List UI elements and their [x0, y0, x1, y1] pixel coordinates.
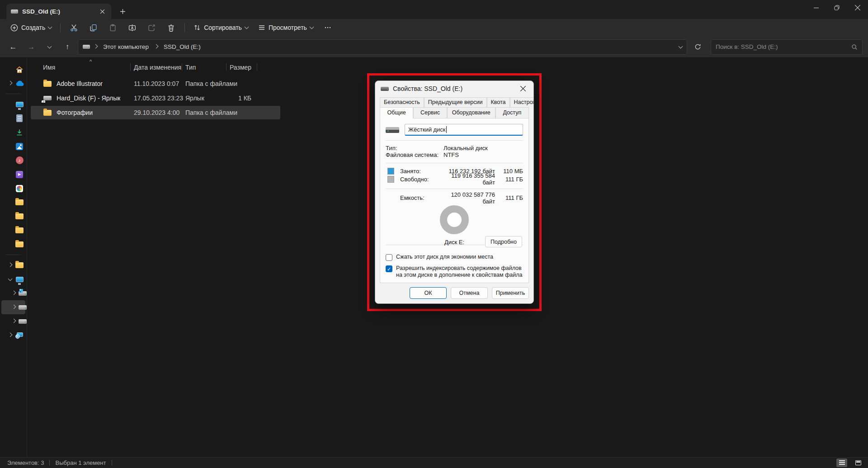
create-button[interactable]: Создать	[6, 22, 56, 34]
breadcrumb-this-pc[interactable]: Этот компьютер	[101, 42, 151, 52]
capacity-bytes: 120 032 587 776 байт	[443, 191, 495, 205]
refresh-button[interactable]	[690, 40, 705, 54]
column-separator[interactable]	[257, 63, 257, 71]
up-button[interactable]: ↑	[60, 40, 75, 54]
sidebar-divider	[5, 255, 21, 255]
large-icons-view-button[interactable]	[853, 459, 863, 467]
share-button[interactable]	[143, 22, 160, 34]
rename-button[interactable]	[123, 22, 141, 34]
cancel-button[interactable]: Отмена	[451, 287, 488, 299]
delete-button[interactable]	[162, 22, 180, 34]
column-header-type[interactable]: Тип	[182, 64, 226, 71]
items-count: Элементов: 3	[7, 459, 44, 466]
sidebar-item-onedrive[interactable]	[1, 76, 25, 90]
tab-previous-versions[interactable]: Предыдущие версии	[424, 97, 487, 107]
minimize-button[interactable]	[806, 0, 826, 15]
tab-quota[interactable]: Квота	[487, 97, 510, 107]
expand-chevron-icon[interactable]	[8, 262, 12, 267]
copy-button[interactable]	[85, 22, 102, 34]
navigation-pane: ♪ ▶	[0, 58, 27, 457]
used-label: Занято:	[400, 168, 443, 175]
sidebar-item-pinned-folder[interactable]	[1, 237, 25, 251]
new-tab-button[interactable]	[116, 5, 129, 18]
sidebar-item-gallery[interactable]	[1, 181, 25, 195]
sort-button[interactable]: Сортировать	[189, 22, 252, 33]
column-header-size[interactable]: Размер	[226, 64, 257, 71]
expand-chevron-icon[interactable]	[8, 332, 12, 337]
paste-icon	[109, 24, 117, 32]
recent-locations-button[interactable]	[42, 40, 57, 54]
expand-chevron-icon[interactable]	[12, 318, 16, 323]
pictures-icon	[15, 142, 24, 151]
sidebar-item-downloads[interactable]	[1, 125, 25, 139]
breadcrumb-drive[interactable]: SSD_Old (E:)	[162, 42, 203, 52]
view-icon	[258, 24, 265, 31]
tab-security[interactable]: Безопасность	[380, 97, 424, 107]
details-view-button[interactable]	[836, 459, 847, 467]
sidebar-item-videos[interactable]: ▶	[1, 167, 25, 181]
more-button[interactable]	[319, 22, 336, 33]
sidebar-item-folder[interactable]	[1, 258, 25, 272]
view-button[interactable]: Просмотреть	[254, 22, 317, 33]
apply-button[interactable]: Применить	[492, 287, 529, 299]
volume-label-input[interactable]: Жёсткий диск	[405, 124, 523, 136]
close-button[interactable]	[847, 0, 868, 15]
sidebar-item-pinned-folder[interactable]	[1, 223, 25, 237]
sidebar-item-pinned-folder[interactable]	[1, 209, 25, 223]
expand-chevron-icon[interactable]	[12, 290, 16, 295]
sidebar-item-network[interactable]	[1, 328, 25, 342]
back-button[interactable]: ←	[5, 40, 21, 54]
sidebar-item-documents[interactable]	[1, 111, 25, 125]
restore-button[interactable]	[826, 0, 847, 15]
sidebar-item-drive[interactable]	[1, 314, 25, 328]
network-icon	[15, 331, 24, 340]
sidebar-item-desktop[interactable]	[1, 97, 25, 111]
details-button[interactable]: Подробно	[485, 236, 522, 247]
tab-hardware[interactable]: Оборудование	[447, 107, 495, 118]
expand-chevron-icon[interactable]	[12, 304, 16, 309]
compress-checkbox[interactable]	[386, 254, 392, 261]
tab-tools[interactable]: Сервис	[413, 107, 447, 118]
dialog-tabs: Безопасность Предыдущие версии Квота Нас…	[375, 96, 533, 118]
command-bar: Создать Сортировать Просмотр	[0, 19, 868, 36]
address-bar[interactable]: Этот компьютер SSD_Old (E:)	[78, 39, 687, 55]
explorer-tab[interactable]: SSD_Old (E:)	[6, 4, 111, 19]
folder-icon	[43, 108, 52, 117]
column-separator[interactable]	[182, 63, 182, 71]
file-row[interactable]: ↗ Hard_Disk (F) - Ярлык 17.05.2023 23:23…	[31, 91, 280, 105]
desktop-icon	[15, 100, 24, 109]
tab-customize[interactable]: Настройка	[510, 97, 534, 107]
sidebar-item-ssd-old-drive[interactable]	[1, 300, 25, 314]
sidebar-item-this-pc[interactable]	[1, 272, 25, 286]
dialog-close-button[interactable]	[517, 83, 529, 94]
column-separator[interactable]	[226, 63, 226, 71]
column-separator[interactable]	[130, 63, 131, 71]
ok-button[interactable]: ОК	[410, 287, 447, 299]
collapse-chevron-icon[interactable]	[8, 276, 12, 281]
sidebar-item-home[interactable]	[1, 62, 25, 76]
tab-close-icon[interactable]	[98, 7, 107, 16]
paste-button[interactable]	[104, 22, 122, 34]
search-box[interactable]	[711, 39, 863, 55]
index-checkbox-row[interactable]: Разрешить индексировать содержимое файло…	[386, 265, 523, 279]
sidebar-item-windows-drive[interactable]	[1, 286, 25, 300]
compress-checkbox-row[interactable]: Сжать этот диск для экономии места	[386, 254, 523, 261]
sidebar-item-music[interactable]: ♪	[1, 153, 25, 167]
general-tab-page: Жёсткий диск Тип: Локальный диск Файлова…	[380, 118, 529, 283]
tab-bar: SSD_Old (E:)	[0, 0, 868, 19]
column-header-date[interactable]: Дата изменения	[130, 64, 182, 71]
tab-sharing[interactable]: Доступ	[495, 107, 529, 118]
search-input[interactable]	[716, 43, 848, 50]
index-checkbox-checked[interactable]	[386, 265, 392, 272]
file-row-selected[interactable]: Фотографии 29.10.2023 4:00 Папка с файла…	[31, 106, 280, 119]
expand-chevron-icon[interactable]	[8, 80, 12, 85]
cut-button[interactable]	[65, 22, 83, 34]
dialog-title-bar[interactable]: Свойства: SSD_Old (E:)	[375, 81, 533, 96]
forward-button[interactable]: →	[24, 40, 39, 54]
tab-general[interactable]: Общие	[380, 107, 413, 118]
sidebar-item-pinned-folder[interactable]	[1, 195, 25, 209]
address-dropdown-icon[interactable]	[679, 44, 683, 48]
column-header-name[interactable]: Имя	[31, 64, 130, 71]
file-row[interactable]: Adobe Illustrator 11.10.2023 0:07 Папка …	[31, 77, 280, 90]
sidebar-item-pictures[interactable]	[1, 139, 25, 153]
